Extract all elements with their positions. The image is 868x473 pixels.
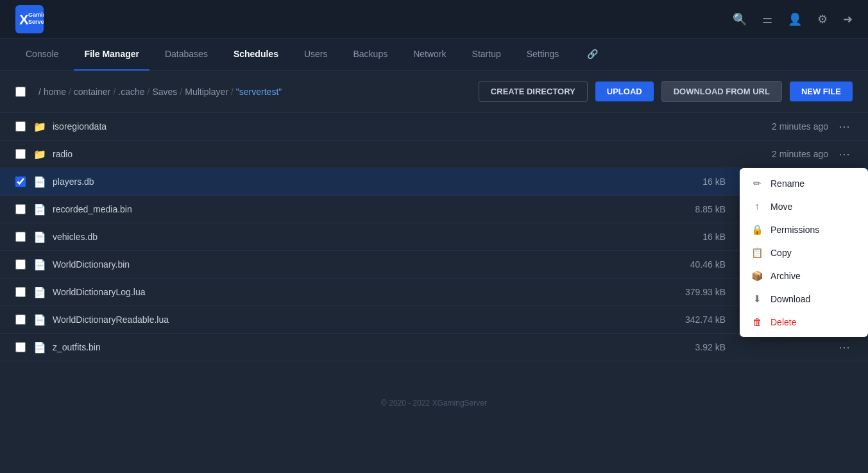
download-from-url-button[interactable]: DOWNLOAD FROM URL — [661, 81, 782, 102]
svg-text:X: X — [19, 12, 29, 28]
breadcrumb-sep5: / — [231, 87, 234, 97]
file-menu-button[interactable]: ⋯ — [836, 119, 853, 133]
breadcrumb-cache[interactable]: .cache — [118, 87, 144, 97]
file-name[interactable]: WorldDictionaryLog.lua — [53, 287, 661, 297]
download-label: Download — [770, 294, 810, 304]
permissions-icon: 🔒 — [751, 224, 763, 236]
download-icon: ⬇ — [751, 293, 763, 305]
settings-icon[interactable]: ⚙ — [817, 12, 828, 26]
context-menu-permissions[interactable]: 🔒 Permissions — [740, 218, 868, 241]
file-menu-button[interactable]: ⋯ — [836, 340, 853, 354]
breadcrumb-multiplayer[interactable]: Multiplayer — [185, 87, 228, 97]
table-row: 📄 vehicles.db 16 kB ⋯ — [0, 223, 868, 251]
file-name[interactable]: z_outfits.bin — [53, 342, 661, 352]
breadcrumb: / home / container / .cache / Saves / Mu… — [38, 87, 471, 97]
search-icon[interactable]: 🔍 — [733, 12, 747, 26]
file-size: 342.74 kB — [661, 314, 726, 325]
context-menu-archive[interactable]: 📦 Archive — [740, 264, 868, 288]
delete-icon: 🗑 — [751, 316, 763, 327]
logout-icon[interactable]: ➜ — [843, 12, 853, 26]
folder-icon: 📁 — [33, 148, 46, 160]
row-checkbox[interactable] — [15, 259, 26, 270]
footer: © 2020 - 2022 XGamingServer — [0, 387, 868, 419]
file-icon: 📄 — [33, 314, 46, 326]
move-label: Move — [770, 202, 792, 212]
row-checkbox[interactable] — [15, 287, 26, 297]
table-row: 📄 WorldDictionaryReadable.lua 342.74 kB … — [0, 306, 868, 334]
context-menu-move[interactable]: ↑ Move — [740, 195, 868, 218]
nav-item-startup[interactable]: Startup — [462, 39, 511, 71]
row-checkbox[interactable] — [15, 204, 26, 214]
nav-item-schedules[interactable]: Schedules — [223, 39, 289, 71]
table-row: 📁 radio 2 minutes ago ⋯ — [0, 141, 868, 168]
context-menu-rename[interactable]: ✏ Rename — [740, 172, 868, 195]
context-menu-download[interactable]: ⬇ Download — [740, 288, 868, 311]
archive-label: Archive — [770, 271, 801, 281]
file-menu-button[interactable]: ⋯ — [836, 147, 853, 161]
breadcrumb-saves[interactable]: Saves — [152, 87, 177, 97]
file-name[interactable]: isoregiondata — [53, 121, 661, 132]
upload-button[interactable]: UPLOAD — [595, 82, 654, 101]
account-icon[interactable]: 👤 — [788, 12, 802, 26]
footer-text: © 2020 - 2022 XGamingServer — [381, 399, 487, 408]
breadcrumb-home[interactable]: home — [44, 87, 66, 97]
breadcrumb-sep4: / — [180, 87, 182, 97]
file-icon: 📄 — [33, 231, 46, 243]
top-icons: 🔍 ⚌ 👤 ⚙ ➜ — [733, 12, 853, 26]
file-name[interactable]: players.db — [53, 176, 661, 187]
move-icon: ↑ — [751, 201, 763, 212]
nav-item-users[interactable]: Users — [294, 39, 338, 71]
file-name[interactable]: vehicles.db — [53, 232, 661, 242]
context-menu-delete[interactable]: 🗑 Delete — [740, 311, 868, 333]
file-size: 40.46 kB — [661, 259, 726, 270]
breadcrumb-servertest[interactable]: "servertest" — [236, 87, 282, 97]
context-menu-copy[interactable]: 📋 Copy — [740, 241, 868, 264]
logo: X Gaming Server — [15, 5, 44, 33]
row-checkbox[interactable] — [15, 149, 26, 159]
file-date: 2 minutes ago — [738, 121, 828, 132]
table-row: 📄 WorldDictionaryLog.lua 379.93 kB ⋯ — [0, 279, 868, 306]
breadcrumb-slash: / — [38, 87, 41, 97]
row-checkbox[interactable] — [15, 232, 26, 242]
permissions-label: Permissions — [770, 225, 819, 235]
table-row: 📄 recorded_media.bin 8.85 kB ⋯ — [0, 196, 868, 223]
file-icon: 📄 — [33, 203, 46, 216]
table-row: 📄 z_outfits.bin 3.92 kB ⋯ — [0, 334, 868, 361]
file-size: 3.92 kB — [661, 342, 726, 352]
file-date: 2 minutes ago — [738, 149, 828, 159]
file-icon: 📄 — [33, 259, 46, 271]
row-checkbox[interactable] — [15, 342, 26, 352]
nav-item-console[interactable]: Console — [15, 39, 69, 71]
rename-icon: ✏ — [751, 178, 763, 189]
row-checkbox[interactable] — [15, 314, 26, 325]
nav-item-settings[interactable]: Settings — [516, 39, 570, 71]
table-row: 📄 WorldDictionary.bin 40.46 kB ⋯ — [0, 251, 868, 279]
file-icon: 📄 — [33, 341, 46, 354]
context-menu: ✏ Rename ↑ Move 🔒 Permissions 📋 Copy 📦 A… — [740, 168, 868, 337]
nav-item-backups[interactable]: Backups — [343, 39, 398, 71]
select-all-checkbox[interactable] — [15, 87, 26, 97]
breadcrumb-sep3: / — [148, 87, 150, 97]
file-list: 📁 isoregiondata 2 minutes ago ⋯ 📁 radio … — [0, 113, 868, 361]
external-link-icon[interactable]: 🔗 — [577, 39, 608, 71]
nav-item-databases[interactable]: Databases — [155, 39, 218, 71]
create-directory-button[interactable]: CREATE DIRECTORY — [479, 81, 588, 102]
layers-icon[interactable]: ⚌ — [762, 12, 772, 26]
file-icon: 📄 — [33, 286, 46, 298]
file-size: 8.85 kB — [661, 204, 726, 214]
file-name[interactable]: radio — [53, 149, 661, 159]
archive-icon: 📦 — [751, 270, 763, 282]
file-name[interactable]: WorldDictionary.bin — [53, 259, 661, 270]
file-name[interactable]: recorded_media.bin — [53, 204, 661, 214]
file-icon: 📄 — [33, 176, 46, 188]
svg-text:Server: Server — [28, 19, 44, 25]
file-size: 16 kB — [661, 176, 726, 187]
nav-item-file-manager[interactable]: File Manager — [74, 39, 149, 71]
nav-item-network[interactable]: Network — [403, 39, 456, 71]
breadcrumb-container[interactable]: container — [74, 87, 111, 97]
row-checkbox[interactable] — [15, 121, 26, 132]
file-name[interactable]: WorldDictionaryReadable.lua — [53, 314, 661, 325]
row-checkbox[interactable] — [15, 176, 26, 187]
table-row: 📁 isoregiondata 2 minutes ago ⋯ — [0, 113, 868, 141]
new-file-button[interactable]: NEW FILE — [790, 82, 853, 101]
